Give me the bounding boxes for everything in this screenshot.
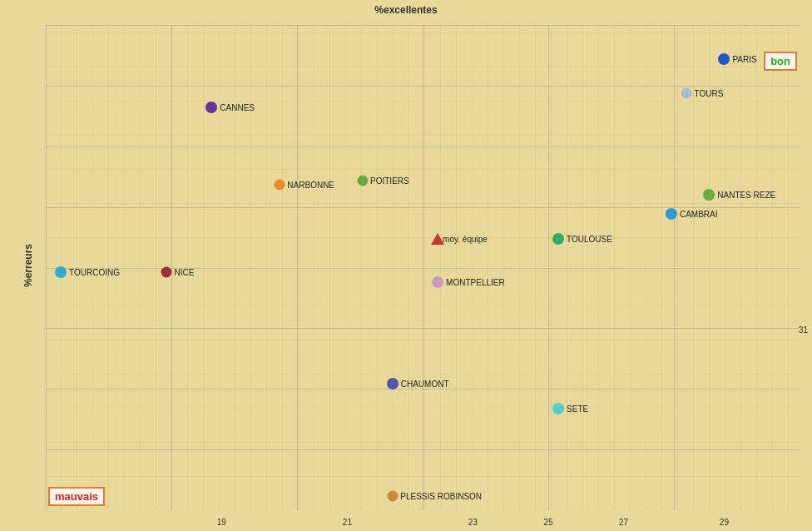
- bottom-axis-label: 25: [543, 518, 552, 527]
- bottom-axis-label: 23: [468, 518, 478, 527]
- y-axis-title: %erreurs: [22, 244, 34, 287]
- grid-horizontal: [46, 25, 800, 26]
- chart-container: %excellentes %erreurs 25,0%27,0%29,0%31,…: [0, 0, 812, 531]
- point-label-nice: NICE: [174, 268, 194, 277]
- bottom-axis-label: 27: [619, 518, 628, 527]
- diagonal-line: [326, 25, 800, 26]
- bottom-axis-label: 29: [720, 518, 729, 527]
- diagonal-line: [46, 25, 531, 26]
- grid-horizontal: [46, 86, 800, 87]
- point-label-cannes: CANNES: [220, 103, 255, 112]
- diagonal-line: [606, 25, 800, 26]
- data-point-tourcoing: [55, 266, 67, 278]
- data-point-toulouse: [552, 233, 564, 245]
- diagonal-line: [186, 25, 800, 26]
- data-point-nice: [161, 267, 171, 278]
- diagonal-line: [46, 25, 800, 26]
- data-point-cambrai: [666, 208, 677, 220]
- grid-horizontal: [46, 389, 800, 390]
- data-point-plessis-robinson: [387, 490, 398, 501]
- grid-horizontal: [46, 328, 800, 329]
- grid-vertical: [171, 25, 172, 510]
- grid-vertical: [297, 25, 298, 510]
- chart-area: 25,0%27,0%29,0%31,0%33,0%35,0%37,0%4,5%5…: [46, 25, 800, 510]
- diagonal-line: [46, 25, 800, 26]
- point-label-sete: SETE: [567, 404, 588, 413]
- point-label-tourcoing: TOURCOING: [69, 268, 120, 277]
- grid-horizontal: [46, 449, 800, 450]
- point-label-nantes-reze: NANTES REZE: [717, 191, 775, 200]
- data-point-montpellier: [432, 276, 443, 288]
- data-point-chaumont: [387, 378, 399, 390]
- point-label-narbonne: NARBONNE: [287, 181, 334, 190]
- data-point-nantes-reze: [703, 189, 715, 201]
- mauvais-label: mauvais: [48, 487, 105, 506]
- data-point-paris: [718, 53, 730, 65]
- point-label-toulouse: TOULOUSE: [567, 234, 612, 243]
- grid-horizontal: [46, 146, 800, 147]
- data-point-narbonne: [274, 180, 285, 191]
- data-point-sete: [552, 403, 564, 414]
- point-label-paris: PARIS: [732, 54, 756, 63]
- point-label-cambrai: CAMBRAI: [680, 210, 718, 219]
- point-label-plessis-robinson: PLESSIS ROBINSON: [400, 491, 482, 500]
- diagonal-line: [466, 25, 800, 26]
- diagonal-line: [46, 25, 671, 26]
- point-label-poitiers: POITIERS: [370, 176, 409, 185]
- grid-vertical: [46, 25, 47, 510]
- grid-vertical: [423, 25, 423, 510]
- grid-vertical: [674, 25, 675, 510]
- bottom-axis-label: 21: [343, 518, 352, 527]
- grid-vertical: [548, 25, 549, 510]
- bon-label: bon: [764, 52, 797, 71]
- data-point-cannes: [205, 102, 217, 113]
- grid-horizontal: [46, 207, 800, 208]
- point-label-tours: TOURS: [695, 88, 724, 97]
- point-label-chaumont: CHAUMONT: [401, 380, 449, 389]
- data-point-tours: [681, 87, 692, 98]
- right-axis-label: 31: [799, 325, 808, 335]
- data-point-poitiers: [357, 175, 368, 186]
- x-axis-title: %excellentes: [374, 4, 437, 16]
- grid-horizontal: [46, 268, 800, 269]
- point-label-moy-equipe: moy. équipe: [443, 234, 488, 243]
- diagonal-line: [745, 25, 800, 26]
- point-label-montpellier: MONTPELLIER: [446, 277, 505, 286]
- bottom-axis-label: 19: [217, 518, 226, 527]
